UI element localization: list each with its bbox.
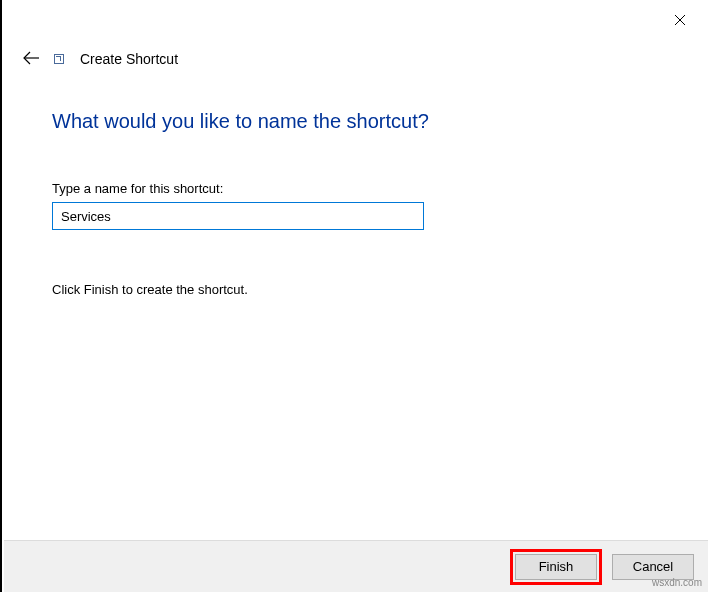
page-heading: What would you like to name the shortcut… bbox=[52, 110, 668, 133]
cancel-button[interactable]: Cancel bbox=[612, 554, 694, 580]
wizard-footer: Finish Cancel bbox=[4, 540, 708, 592]
back-arrow-icon[interactable] bbox=[22, 50, 40, 68]
wizard-header: Create Shortcut bbox=[22, 50, 178, 68]
name-field-label: Type a name for this shortcut: bbox=[52, 181, 668, 196]
create-shortcut-wizard: Create Shortcut What would you like to n… bbox=[0, 0, 708, 592]
finish-instruction: Click Finish to create the shortcut. bbox=[52, 282, 668, 297]
wizard-title: Create Shortcut bbox=[80, 51, 178, 67]
shortcut-icon bbox=[54, 54, 64, 64]
watermark-text: wsxdn.com bbox=[652, 577, 702, 588]
close-icon[interactable] bbox=[670, 10, 690, 30]
finish-button[interactable]: Finish bbox=[515, 554, 597, 580]
shortcut-name-input[interactable] bbox=[52, 202, 424, 230]
wizard-content: What would you like to name the shortcut… bbox=[52, 110, 668, 297]
finish-highlight: Finish bbox=[510, 549, 602, 585]
